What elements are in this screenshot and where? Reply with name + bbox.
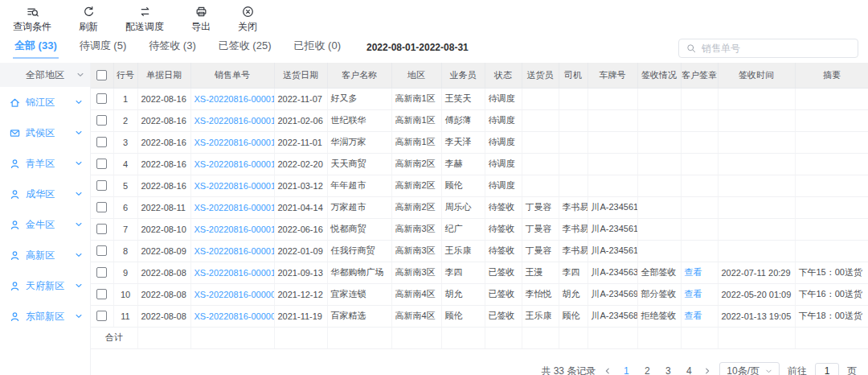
- cell-row-no: 10: [113, 283, 137, 305]
- sidebar-item-region-qingyang[interactable]: 青羊区: [0, 148, 90, 179]
- sidebar-item-region-tianfu[interactable]: 天府新区: [0, 270, 90, 301]
- sidebar-item-label: 天府新区: [26, 279, 64, 293]
- column-header: 司机: [559, 63, 588, 88]
- view-signature-link[interactable]: 查看: [685, 311, 702, 320]
- cell-sign-action: [681, 88, 718, 109]
- cell-sales-no: XS-20220816-000008: [190, 305, 274, 327]
- sales-order-link[interactable]: XS-20220816-000014: [194, 181, 275, 191]
- row-checkbox[interactable]: [96, 202, 107, 212]
- row-checkbox[interactable]: [96, 115, 107, 126]
- sidebar-item-region-jinjiang[interactable]: 锦江区: [0, 87, 90, 117]
- cell-row-no: 8: [113, 240, 137, 262]
- cell-sales-no: XS-20220816-000015: [190, 153, 274, 175]
- column-header: 车牌号: [588, 63, 637, 88]
- checkbox-cell: [91, 305, 113, 327]
- cell-sales-no: XS-20220816-000014: [190, 175, 274, 196]
- sales-order-link[interactable]: XS-20220816-000016: [194, 138, 275, 147]
- next-page-button[interactable]: [703, 367, 711, 375]
- close-button[interactable]: 关闭: [238, 6, 257, 34]
- summary-row: 合计: [91, 327, 868, 348]
- row-checkbox[interactable]: [96, 93, 107, 104]
- sidebar-item-label: 青羊区: [26, 157, 55, 171]
- page-button-2[interactable]: 2: [641, 365, 653, 375]
- query-conditions-button[interactable]: 查询条件: [13, 6, 51, 34]
- region-filter-header[interactable]: 全部地区: [0, 63, 90, 87]
- sales-order-link[interactable]: XS-20220816-000008: [194, 311, 275, 321]
- tab-signed[interactable]: 已签收 (25): [217, 37, 273, 59]
- cell-doc-date: 2022-08-16: [137, 175, 190, 196]
- row-checkbox[interactable]: [96, 245, 107, 256]
- filter-search-icon: [27, 6, 39, 18]
- refresh-button[interactable]: 刷新: [79, 6, 98, 34]
- total-records-label: 共 33 条记录: [541, 365, 596, 375]
- sidebar-item-region-dongbu[interactable]: 东部新区: [0, 301, 90, 332]
- cell-delivery-date: 2022-02-20: [274, 153, 327, 175]
- page-button-3[interactable]: 3: [661, 365, 674, 375]
- cell-summary: [795, 109, 868, 131]
- cell-summary: [795, 196, 868, 218]
- view-signature-link[interactable]: 查看: [685, 289, 702, 299]
- delivery-dispatch-page: 查询条件刷新配送调度导出关闭 全部 (33)待调度 (5)待签收 (3)已签收 …: [0, 0, 868, 375]
- tab-all[interactable]: 全部 (33): [13, 37, 59, 59]
- sales-order-link[interactable]: XS-20220816-000017: [194, 116, 275, 126]
- person-icon: [10, 220, 20, 230]
- search-box[interactable]: [678, 39, 858, 58]
- cell-salesperson: 王笑天: [441, 88, 485, 109]
- row-checkbox[interactable]: [96, 267, 107, 278]
- row-checkbox[interactable]: [96, 224, 107, 234]
- sidebar-item-region-jinniu[interactable]: 金牛区: [0, 209, 90, 240]
- export-button[interactable]: 导出: [191, 6, 211, 34]
- cell-doc-date: 2022-08-16: [137, 109, 190, 131]
- sales-order-link[interactable]: XS-20220816-000015: [194, 159, 275, 169]
- sidebar-item-region-wuhou[interactable]: 武侯区: [0, 117, 90, 148]
- cell-driver: 李书易: [559, 240, 588, 262]
- cell-customer: 世纪联华: [327, 109, 391, 131]
- sales-order-link[interactable]: XS-20220816-000009: [194, 290, 275, 299]
- chevron-down-icon: [76, 71, 84, 79]
- cell-summary: [795, 153, 868, 175]
- sales-order-link[interactable]: XS-20220816-000011: [194, 246, 275, 256]
- search-input[interactable]: [702, 43, 850, 54]
- sales-order-link[interactable]: XS-20220816-000012: [194, 225, 275, 234]
- person-icon: [10, 281, 20, 291]
- cell-region: 高新南3区: [391, 240, 441, 262]
- sales-order-link[interactable]: XS-20220816-000010: [194, 268, 275, 278]
- cell-sign-time: 2022-05-20 01:09: [718, 283, 795, 305]
- sidebar-item-region-gaoxin[interactable]: 高新区: [0, 240, 90, 270]
- summary-empty-cell: [522, 327, 559, 348]
- view-signature-link[interactable]: 查看: [685, 267, 702, 277]
- dispatch-button[interactable]: 配送调度: [125, 6, 164, 34]
- tab-pending-dispatch[interactable]: 待调度 (5): [78, 37, 129, 59]
- region-filter-label: 全部地区: [26, 68, 64, 82]
- sidebar-item-label: 成华区: [26, 188, 55, 201]
- tab-pending-sign[interactable]: 待签收 (3): [147, 37, 198, 59]
- page-button-1[interactable]: 1: [620, 365, 633, 375]
- cell-delivery-date: 2022-11-01: [274, 131, 327, 153]
- row-checkbox[interactable]: [96, 137, 107, 147]
- sidebar-item-region-chenghua[interactable]: 成华区: [0, 179, 90, 209]
- swap-icon: [139, 6, 151, 18]
- summary-empty-cell: [718, 327, 795, 348]
- row-checkbox[interactable]: [96, 159, 107, 169]
- row-checkbox[interactable]: [96, 180, 107, 191]
- row-checkbox[interactable]: [96, 311, 107, 321]
- select-all-checkbox[interactable]: [96, 70, 107, 80]
- page-button-4[interactable]: 4: [682, 365, 695, 375]
- goto-page-input[interactable]: [815, 363, 839, 375]
- cell-driver: [559, 88, 588, 109]
- cell-sales-no: XS-20220816-000009: [190, 283, 274, 305]
- cell-sign-status: 拒绝签收: [637, 305, 681, 327]
- row-checkbox[interactable]: [96, 289, 107, 299]
- page-size-select[interactable]: 10条/页: [719, 362, 780, 375]
- cell-sign-action: [681, 240, 718, 262]
- tab-rejected[interactable]: 已拒收 (0): [292, 37, 342, 59]
- chevron-down-icon: [75, 220, 83, 229]
- prev-page-button[interactable]: [604, 367, 612, 375]
- cell-salesperson: 李四: [441, 262, 485, 283]
- cell-row-no: 6: [113, 196, 137, 218]
- cell-status: 已签收: [485, 262, 522, 283]
- cell-salesperson: 李赫: [441, 153, 485, 175]
- sales-order-link[interactable]: XS-20220816-000018: [194, 94, 275, 104]
- sales-order-link[interactable]: XS-20220816-000013: [194, 203, 275, 212]
- table-row: 82022-08-09XS-20220816-0000112022-01-09任…: [91, 240, 868, 262]
